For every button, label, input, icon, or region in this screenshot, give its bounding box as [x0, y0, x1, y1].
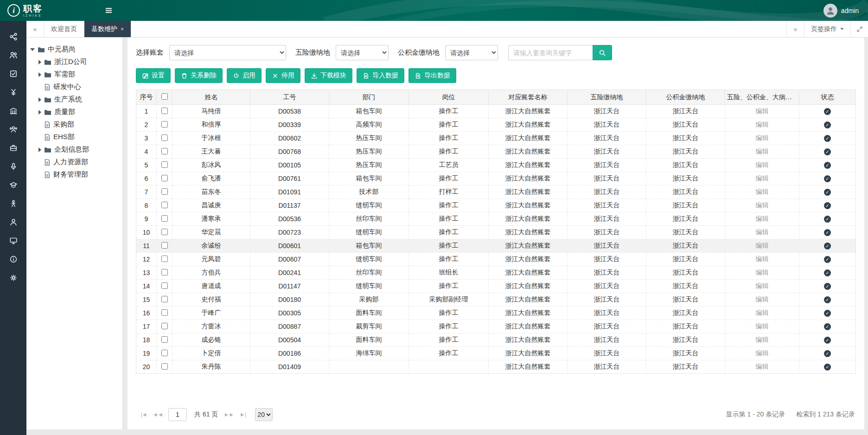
- download-template-button[interactable]: 下载模块: [305, 68, 352, 83]
- tree-node-6[interactable]: EHS部: [30, 131, 119, 143]
- edit-link[interactable]: 编辑: [756, 174, 769, 182]
- row-checkbox[interactable]: [161, 363, 168, 370]
- import-data-button[interactable]: 导入数据: [357, 68, 404, 83]
- edit-link[interactable]: 编辑: [756, 215, 769, 222]
- edit-link[interactable]: 编辑: [756, 363, 769, 370]
- fullscreen-toggle-button[interactable]: [850, 21, 868, 37]
- edit-link[interactable]: 编辑: [756, 336, 769, 343]
- tree-node-2[interactable]: 研发中心: [30, 81, 119, 93]
- cell-select: [157, 333, 172, 347]
- edit-link[interactable]: 编辑: [756, 309, 769, 316]
- person-icon[interactable]: [0, 194, 26, 213]
- tabs-scroll-left-button[interactable]: «: [26, 21, 44, 37]
- edit-link[interactable]: 编辑: [756, 161, 769, 168]
- tree-node-9[interactable]: 财务管理部: [30, 168, 119, 181]
- edit-link[interactable]: 编辑: [756, 322, 769, 330]
- account-select[interactable]: 请选择: [169, 45, 286, 60]
- user-icon[interactable]: [0, 213, 26, 231]
- tab-1[interactable]: 基数维护×: [84, 21, 131, 37]
- row-checkbox[interactable]: [161, 134, 168, 141]
- settings-button[interactable]: 设置: [136, 68, 171, 83]
- tab-0[interactable]: 欢迎首页: [44, 21, 84, 37]
- edit-link[interactable]: 编辑: [756, 349, 769, 357]
- search-button[interactable]: [593, 45, 612, 60]
- info-icon[interactable]: [0, 250, 26, 269]
- edit-link[interactable]: 编辑: [756, 121, 769, 128]
- row-checkbox[interactable]: [161, 282, 168, 289]
- insurance-place-select[interactable]: 请选择: [336, 45, 389, 60]
- page-size-select[interactable]: 20: [255, 408, 273, 421]
- row-checkbox[interactable]: [161, 121, 168, 128]
- cell-dept: 热压车间: [329, 145, 409, 159]
- toolbar-button-label: 启用: [243, 71, 255, 80]
- cell-status: [799, 307, 856, 320]
- select-all-checkbox[interactable]: [161, 93, 168, 100]
- row-checkbox[interactable]: [161, 350, 168, 356]
- relation-delete-button[interactable]: 关系删除: [175, 68, 223, 83]
- row-checkbox[interactable]: [161, 202, 168, 208]
- edit-link[interactable]: 编辑: [756, 107, 769, 115]
- row-checkbox[interactable]: [161, 215, 168, 222]
- menu-toggle-button[interactable]: [105, 6, 113, 14]
- team-icon[interactable]: [0, 120, 26, 139]
- row-checkbox[interactable]: [161, 309, 168, 316]
- edit-link[interactable]: 编辑: [756, 269, 769, 276]
- row-checkbox[interactable]: [161, 336, 168, 343]
- row-checkbox[interactable]: [161, 256, 168, 262]
- edit-link[interactable]: 编辑: [756, 134, 769, 141]
- user-avatar[interactable]: [823, 4, 837, 18]
- page-operations-dropdown[interactable]: 页签操作: [804, 21, 850, 37]
- edit-link[interactable]: 编辑: [756, 147, 769, 155]
- edit-link[interactable]: 编辑: [756, 242, 769, 249]
- share-icon[interactable]: [0, 27, 26, 46]
- row-checkbox[interactable]: [161, 188, 168, 195]
- row-checkbox[interactable]: [161, 323, 168, 329]
- edit-link[interactable]: 编辑: [756, 188, 769, 195]
- edit-link[interactable]: 编辑: [756, 228, 769, 236]
- tree-node-0[interactable]: 浙江D公司: [30, 56, 119, 68]
- row-checkbox[interactable]: [161, 269, 168, 275]
- tree-node-8[interactable]: 人力资源部: [30, 156, 119, 168]
- tree-node-7[interactable]: 企划信息部: [30, 143, 119, 156]
- row-checkbox[interactable]: [161, 108, 168, 114]
- monitor-icon[interactable]: [0, 231, 26, 250]
- disable-button[interactable]: 停用: [266, 68, 300, 83]
- enable-button[interactable]: 启用: [227, 68, 262, 83]
- task-check-icon[interactable]: [0, 64, 26, 83]
- prev-page-button[interactable]: ◄◄: [151, 408, 165, 421]
- org-users-icon[interactable]: [0, 46, 26, 64]
- edit-link[interactable]: 编辑: [756, 295, 769, 303]
- fund-place-select[interactable]: 请选择: [445, 45, 498, 60]
- row-checkbox[interactable]: [161, 296, 168, 302]
- row-checkbox[interactable]: [161, 229, 168, 235]
- export-data-button[interactable]: 导出数据: [408, 68, 456, 83]
- row-checkbox[interactable]: [161, 161, 168, 168]
- tab-close-icon[interactable]: ×: [121, 26, 124, 32]
- training-cap-icon[interactable]: [0, 176, 26, 194]
- row-checkbox[interactable]: [161, 242, 168, 249]
- tree-node-4[interactable]: 质量部: [30, 106, 119, 118]
- next-page-button[interactable]: ►►: [222, 408, 236, 421]
- bank-icon[interactable]: [0, 102, 26, 120]
- tree-node-5[interactable]: 采购部: [30, 118, 119, 131]
- first-page-button[interactable]: |◄: [137, 408, 151, 421]
- edit-link[interactable]: 编辑: [756, 282, 769, 289]
- row-checkbox[interactable]: [161, 148, 168, 154]
- tree-root-node[interactable]: 中元易尚: [30, 43, 119, 56]
- keyword-search-input[interactable]: [508, 45, 593, 60]
- edit-link[interactable]: 编辑: [756, 255, 769, 262]
- current-page-input[interactable]: [168, 408, 187, 421]
- badge-icon[interactable]: [0, 157, 26, 176]
- last-page-button[interactable]: ►|: [236, 408, 249, 421]
- cell-account: 浙江大自然账套: [489, 266, 568, 280]
- tabs-scroll-right-button[interactable]: »: [786, 21, 804, 37]
- cell-maintain: 编辑: [725, 118, 799, 132]
- settings-gears-icon[interactable]: [0, 269, 26, 287]
- edit-link[interactable]: 编辑: [756, 201, 769, 209]
- salary-yen-icon[interactable]: [0, 83, 26, 102]
- cell-dept: 缝纫车间: [329, 199, 409, 212]
- row-checkbox[interactable]: [161, 175, 168, 181]
- tree-node-3[interactable]: 生产系统: [30, 93, 119, 106]
- briefcase-icon[interactable]: [0, 139, 26, 157]
- tree-node-1[interactable]: 军需部: [30, 68, 119, 81]
